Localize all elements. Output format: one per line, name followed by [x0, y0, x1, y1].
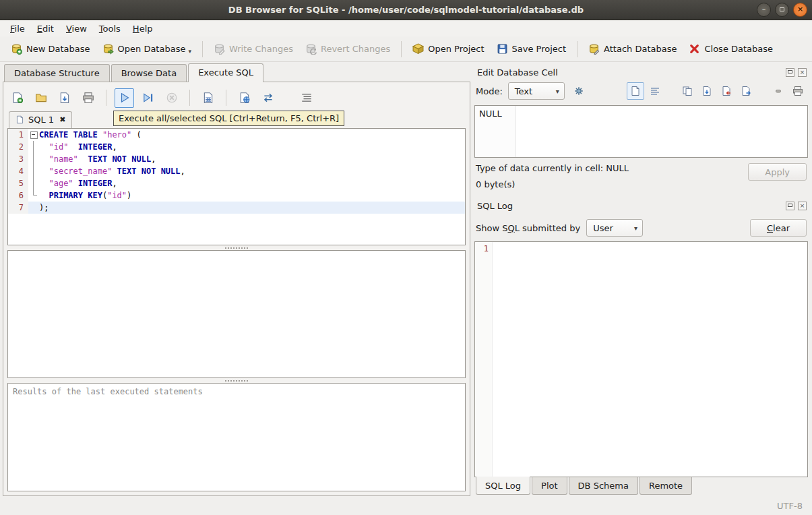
line-number: 3 [8, 153, 28, 165]
menu-edit[interactable]: Edit [31, 22, 60, 36]
mode-value: Text [515, 86, 532, 96]
save-cell-button[interactable] [698, 82, 716, 100]
find-replace-button[interactable] [258, 88, 278, 108]
sql-tab-icon [15, 115, 24, 124]
set-null-icon [773, 86, 784, 96]
import-settings-button[interactable] [570, 82, 588, 100]
new-database-button[interactable]: New Database [5, 39, 96, 59]
clear-button[interactable]: Clear [750, 219, 807, 237]
encoding-label: UTF-8 [777, 501, 803, 511]
fold-marker-icon [28, 141, 39, 153]
submitter-select[interactable]: User ▾ [586, 219, 643, 237]
float-glyph-icon [788, 70, 792, 73]
code-line[interactable]: 7); [8, 202, 465, 214]
execute-current-line-button[interactable] [138, 88, 158, 108]
mode-select[interactable]: Text ▾ [508, 82, 565, 100]
chevron-down-icon: ▾ [634, 224, 637, 232]
close-window-button[interactable]: × [793, 3, 807, 17]
format-sql-icon [301, 92, 313, 104]
save-project-button[interactable]: Save Project [491, 39, 572, 59]
execute-all-button[interactable] [115, 88, 134, 108]
open-sql-file-button[interactable] [31, 88, 51, 108]
find-replace-icon [262, 92, 274, 104]
bottom-tab-db-schema[interactable]: DB Schema [569, 477, 638, 495]
open-database-button[interactable]: Open Database▾ [97, 39, 197, 59]
tab-browse-data[interactable]: Browse Data [111, 64, 187, 82]
maximize-icon [780, 7, 784, 11]
attach-database-button[interactable]: Attach Database [583, 39, 682, 59]
attach-database-label: Attach Database [604, 44, 677, 54]
code-line[interactable]: 1CREATE TABLE "hero" ( [8, 129, 465, 141]
titlebar[interactable]: DB Browser for SQLite - /home/user/code/… [0, 0, 812, 20]
print-sql-button[interactable] [78, 88, 98, 108]
bottom-tab-plot[interactable]: Plot [532, 477, 567, 495]
save-results-button[interactable] [198, 88, 218, 108]
revert-changes-icon [305, 43, 317, 55]
save-sql-file-button[interactable] [55, 88, 74, 108]
menu-file[interactable]: File [4, 22, 31, 36]
maximize-button[interactable] [775, 3, 789, 17]
save-cell-icon [701, 86, 712, 96]
close-panel-icon[interactable]: × [798, 202, 807, 210]
attach-database-icon [588, 43, 600, 55]
export-cell-button[interactable] [737, 82, 755, 100]
revert-changes-button[interactable]: Revert Changes [300, 39, 396, 59]
text-view-icon [630, 86, 641, 96]
tab-sql-1[interactable]: SQL 1 ✖ [9, 111, 72, 128]
menu-view[interactable]: View [60, 22, 93, 36]
code-line[interactable]: 6 PRIMARY KEY("id") [8, 189, 465, 202]
menu-help[interactable]: Help [127, 22, 159, 36]
code-text: "age" INTEGER, [39, 177, 117, 189]
fold-marker-icon[interactable] [28, 129, 39, 141]
code-line[interactable]: 3 "name" TEXT NOT NULL, [8, 153, 465, 165]
fold-marker-icon [28, 165, 39, 177]
text-view-button[interactable] [627, 82, 644, 100]
import-cell-button[interactable] [718, 82, 735, 100]
apply-button[interactable]: Apply [748, 163, 807, 181]
print-cell-button[interactable] [789, 82, 807, 100]
line-number: 1 [8, 129, 28, 141]
float-panel-icon[interactable] [786, 202, 794, 210]
cell-info-row: Type of data currently in cell: NULL 0 b… [474, 158, 808, 197]
bottom-tab-sql-log[interactable]: SQL Log [476, 477, 530, 495]
open-remote-icon [239, 92, 251, 104]
open-project-button[interactable]: Open Project [407, 39, 489, 59]
write-changes-button[interactable]: Write Changes [208, 39, 299, 59]
menu-tools[interactable]: Tools [93, 22, 127, 36]
log-line-number: 1 [475, 242, 493, 477]
save-project-icon [497, 43, 508, 55]
new-database-label: New Database [26, 44, 90, 54]
cell-value-editor[interactable]: NULL [474, 105, 808, 158]
close-tab-icon[interactable]: ✖ [59, 115, 65, 124]
sql-log-view[interactable]: 1 [474, 241, 808, 477]
close-panel-icon[interactable]: × [798, 68, 807, 77]
close-database-button[interactable]: Close Database [683, 39, 778, 59]
set-null-button[interactable] [770, 82, 787, 100]
format-sql-button[interactable] [296, 88, 316, 108]
open-database-icon [102, 43, 114, 55]
open-sql-new-tab-icon [11, 92, 24, 104]
sql-log-header: SQL Log × [474, 197, 808, 214]
code-line[interactable]: 4 "secret_name" TEXT NOT NULL, [8, 165, 465, 177]
word-wrap-button[interactable] [646, 82, 664, 100]
print-cell-icon [792, 86, 803, 96]
tab-execute-sql[interactable]: Execute SQL [188, 63, 263, 82]
tab-database-structure[interactable]: Database Structure [4, 64, 110, 82]
close-database-label: Close Database [704, 44, 773, 54]
open-sql-new-tab-button[interactable] [7, 88, 27, 108]
splitter-handle[interactable] [7, 245, 466, 250]
copy-cell-button[interactable] [679, 82, 696, 100]
stop-execution-button[interactable] [162, 88, 181, 108]
bottom-tab-remote[interactable]: Remote [639, 477, 692, 495]
float-panel-icon[interactable] [786, 68, 794, 77]
sql-code-editor[interactable]: 1CREATE TABLE "hero" (2 "id" INTEGER,3 "… [7, 128, 466, 245]
results-grid [7, 250, 466, 378]
code-line[interactable]: 5 "age" INTEGER, [8, 177, 465, 189]
code-line[interactable]: 2 "id" INTEGER, [8, 141, 465, 153]
minimize-button[interactable]: – [757, 3, 771, 17]
toolbar-separator [106, 90, 106, 106]
open-remote-button[interactable] [235, 88, 254, 108]
chevron-down-icon[interactable]: ▾ [188, 48, 191, 55]
sql-toolbar [7, 86, 466, 109]
splitter-handle[interactable] [7, 378, 466, 383]
